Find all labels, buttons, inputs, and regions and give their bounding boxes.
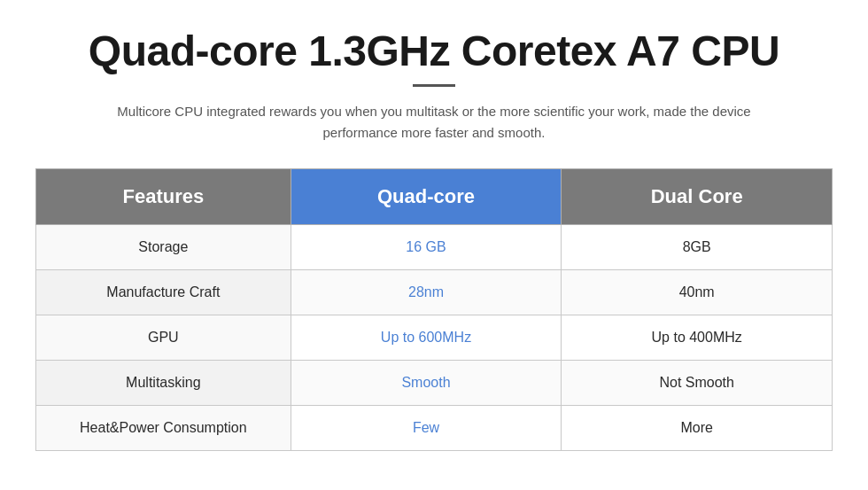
cell-dual-value: More [562, 406, 833, 451]
cell-feature: Heat&Power Consumption [36, 406, 291, 451]
cell-quad-value: Few [291, 406, 562, 451]
title-divider [413, 84, 455, 87]
table-header-row: Features Quad-core Dual Core [36, 169, 833, 225]
col-header-features: Features [36, 169, 291, 225]
cell-feature: Manufacture Craft [36, 270, 291, 315]
table-row: Storage16 GB8GB [36, 225, 833, 270]
cell-quad-value: 28nm [291, 270, 562, 315]
cell-dual-value: Up to 400MHz [562, 315, 833, 361]
table-row: Manufacture Craft28nm40nm [36, 270, 833, 315]
col-header-dual: Dual Core [562, 169, 833, 225]
col-header-quad: Quad-core [291, 169, 562, 225]
page-subtitle: Multicore CPU integrated rewards you whe… [89, 101, 779, 144]
cell-feature: Multitasking [36, 361, 291, 406]
table-row: MultitaskingSmoothNot Smooth [36, 361, 833, 406]
cell-dual-value: 40nm [562, 270, 833, 315]
cell-feature: Storage [36, 225, 291, 270]
cell-dual-value: 8GB [562, 225, 833, 270]
cell-dual-value: Not Smooth [562, 361, 833, 406]
cell-quad-value: 16 GB [291, 225, 562, 270]
table-row: GPUUp to 600MHzUp to 400MHz [36, 315, 833, 361]
cell-quad-value: Smooth [291, 361, 562, 406]
table-row: Heat&Power ConsumptionFewMore [36, 406, 833, 451]
page-title: Quad-core 1.3GHz Coretex A7 CPU [89, 27, 779, 75]
cell-quad-value: Up to 600MHz [291, 315, 562, 361]
comparison-table: Features Quad-core Dual Core Storage16 G… [35, 168, 833, 451]
cell-feature: GPU [36, 315, 291, 361]
